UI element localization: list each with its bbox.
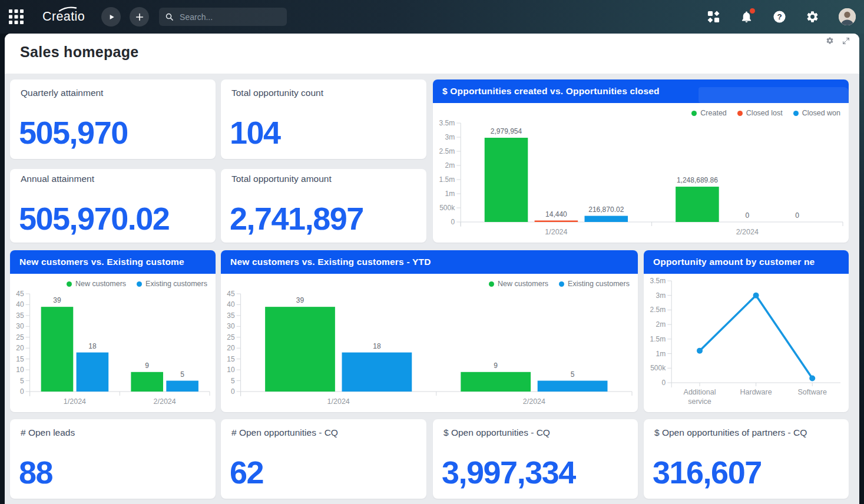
play-button[interactable] [101, 7, 121, 26]
metric-value: 505,970 [19, 114, 128, 151]
chart-canvas-opportunity-amount: 0500k1m1.5m2m2.5m3m3.5mAdditionalservice… [644, 274, 849, 412]
svg-text:1/2024: 1/2024 [64, 397, 86, 406]
metric-value: 3,997,334 [442, 454, 575, 490]
svg-text:3m: 3m [656, 291, 666, 300]
metric-card-open-opportunities-amount-cq: $ Open opportunities - CQ 3,997,334 [433, 419, 638, 499]
header-highlight [699, 87, 849, 103]
expand-button[interactable] [842, 37, 850, 45]
svg-text:30: 30 [227, 322, 235, 330]
legend-label: Existing customers [145, 280, 207, 288]
search-input[interactable] [178, 12, 281, 22]
user-avatar[interactable] [839, 8, 856, 25]
svg-text:1/2024: 1/2024 [545, 228, 567, 236]
notifications-button[interactable] [740, 10, 753, 24]
help-icon: ? [773, 10, 786, 24]
svg-text:2/2024: 2/2024 [523, 397, 545, 406]
bar-closed-won-1-2024[interactable] [585, 216, 628, 222]
chart-canvas-new-vs-existing-ytd: New customersExisting customers051015202… [221, 274, 638, 412]
bar-new-customers-2-2024[interactable] [131, 372, 163, 392]
metric-label: $ Open opportunities of partners - CQ [654, 427, 807, 438]
svg-text:10: 10 [227, 366, 235, 374]
metric-card-total-opportunity-count: Total opportunity count 104 [221, 79, 426, 159]
bar-new-customers-1-2024[interactable] [41, 307, 74, 392]
plus-icon [135, 12, 144, 22]
settings-button[interactable] [806, 10, 819, 24]
search-box[interactable] [159, 8, 287, 26]
bar-new-customers-1-2024[interactable] [265, 307, 335, 392]
legend-dot [559, 281, 564, 287]
legend-item-existing-customers[interactable]: Existing customers [559, 280, 630, 288]
page-settings-button[interactable] [826, 37, 834, 45]
svg-text:0: 0 [745, 211, 749, 220]
legend-item-existing-customers[interactable]: Existing customers [137, 280, 207, 288]
svg-text:3m: 3m [445, 133, 455, 141]
app-launcher-button[interactable] [8, 9, 24, 25]
legend-item-closed-lost[interactable]: Closed lost [737, 109, 783, 117]
creatio-logo[interactable]: Creatio [39, 9, 88, 25]
svg-text:1,248,689.86: 1,248,689.86 [677, 176, 718, 184]
legend-item-new-customers[interactable]: New customers [67, 280, 126, 288]
legend-dot [67, 281, 72, 287]
bar-created-2-2024[interactable] [676, 187, 719, 222]
point-hardware[interactable] [753, 293, 759, 299]
svg-text:18: 18 [373, 342, 381, 350]
svg-text:20: 20 [227, 344, 235, 352]
legend-label: New customers [75, 280, 126, 288]
metric-label: # Open leads [21, 427, 75, 438]
legend-dot [691, 111, 697, 116]
metric-card-total-opportunity-amount: Total opportunity amount 2,741,897 [221, 169, 426, 243]
metric-label: $ Open opportunities - CQ [443, 427, 550, 438]
svg-text:500k: 500k [439, 204, 455, 212]
chart-title: New customers vs. Existing customers - Y… [230, 257, 431, 267]
svg-text:216,870.02: 216,870.02 [588, 205, 624, 214]
legend-item-closed-won[interactable]: Closed won [793, 109, 840, 117]
legend-label: Created [700, 109, 726, 117]
workspaces-button[interactable] [707, 10, 720, 24]
bar-created-1-2024[interactable] [485, 138, 528, 222]
add-button[interactable] [130, 7, 149, 26]
bar-closed-lost-1-2024[interactable] [535, 221, 578, 223]
svg-text:35: 35 [227, 311, 235, 320]
top-navigation-bar: Creatio [0, 0, 864, 34]
svg-text:25: 25 [16, 333, 24, 341]
legend-item-created[interactable]: Created [691, 109, 726, 117]
play-icon [107, 13, 115, 21]
line-series-opportunity-amount [700, 296, 812, 379]
chart-header: New customers vs. Existing customers - Y… [221, 250, 638, 274]
svg-text:?: ? [777, 12, 782, 21]
svg-text:2.5m: 2.5m [650, 306, 666, 314]
svg-text:35: 35 [16, 311, 24, 320]
point-software[interactable] [809, 376, 815, 382]
chart-legend: New customersExisting customers [67, 280, 207, 288]
metric-value: 62 [230, 454, 263, 490]
svg-text:18: 18 [88, 342, 97, 350]
chart-svg-opportunity-amount-by-customer-need: 0500k1m1.5m2m2.5m3m3.5mAdditionalservice… [644, 274, 849, 412]
point-additional-service[interactable] [697, 348, 703, 354]
legend-item-new-customers[interactable]: New customers [489, 280, 548, 288]
svg-text:5: 5 [231, 377, 235, 385]
legend-dot [737, 111, 743, 116]
bar-existing-customers-1-2024[interactable] [77, 353, 109, 392]
bar-existing-customers-2-2024[interactable] [166, 381, 198, 392]
chart-card-new-vs-existing-customers: New customers vs. Existing custome New c… [10, 250, 216, 412]
bar-existing-customers-2-2024[interactable] [538, 381, 608, 392]
page-title: Sales homepage [20, 44, 139, 61]
main-content: Sales homepage Quarterly attainment 505,… [5, 34, 859, 504]
metric-card-open-leads: # Open leads 88 [10, 419, 216, 499]
svg-text:39: 39 [296, 296, 304, 304]
bar-existing-customers-1-2024[interactable] [342, 353, 412, 392]
svg-text:1.5m: 1.5m [650, 335, 666, 343]
metric-label: Total opportunity count [231, 88, 323, 98]
chart-svg-new-vs-existing-customers: 0510152025303540451/20242/2024399185 [10, 274, 216, 412]
svg-text:15: 15 [227, 355, 235, 363]
svg-text:2.5m: 2.5m [439, 147, 455, 155]
chart-title: Opportunity amount by customer ne [653, 257, 815, 267]
svg-text:500k: 500k [650, 364, 666, 372]
svg-text:2m: 2m [656, 320, 666, 329]
help-button[interactable]: ? [773, 10, 786, 24]
bar-new-customers-2-2024[interactable] [461, 372, 531, 392]
svg-text:1/2024: 1/2024 [327, 397, 350, 406]
svg-text:14,440: 14,440 [545, 210, 567, 218]
metric-card-quarterly-attainment: Quarterly attainment 505,970 [10, 79, 216, 159]
metric-card-open-opportunities-count-cq: # Open opportunities - CQ 62 [221, 419, 426, 499]
